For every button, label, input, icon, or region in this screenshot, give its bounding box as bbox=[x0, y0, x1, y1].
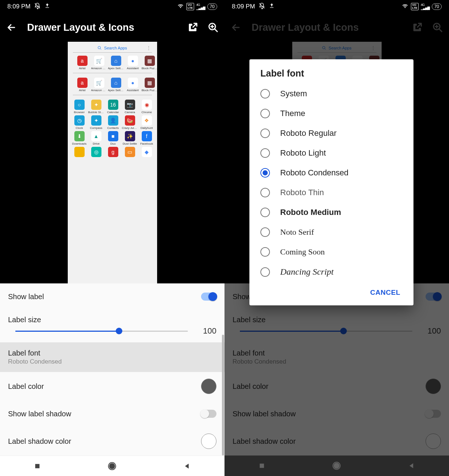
drawer-search: Search Apps ⋮ bbox=[73, 44, 152, 53]
font-option[interactable]: Theme bbox=[249, 104, 413, 123]
volte-icon: VOLTE bbox=[186, 3, 194, 10]
nav-back[interactable] bbox=[183, 462, 192, 471]
font-option-label: System bbox=[280, 89, 307, 98]
label-size-slider[interactable] bbox=[240, 331, 412, 332]
radio-button[interactable] bbox=[260, 227, 270, 237]
font-option[interactable]: Roboto Condensed bbox=[249, 163, 413, 183]
radio-button[interactable] bbox=[260, 208, 270, 217]
scrollbar[interactable] bbox=[222, 335, 224, 455]
nav-back[interactable] bbox=[407, 461, 416, 470]
app-label: Duo bbox=[110, 142, 116, 145]
zoom-icon[interactable] bbox=[207, 21, 219, 34]
font-option[interactable]: Dancing Script bbox=[249, 262, 413, 282]
setting-label-font[interactable]: Label font Roboto Condensed bbox=[0, 342, 224, 372]
font-option-label: Noto Serif bbox=[280, 227, 314, 237]
setting-show-label[interactable]: Show label bbox=[0, 283, 224, 310]
zoom-icon[interactable] bbox=[431, 21, 444, 34]
label-size-slider[interactable] bbox=[15, 331, 188, 332]
app-cell: ▲Drive bbox=[88, 131, 104, 145]
font-option[interactable]: Coming Soon bbox=[249, 242, 413, 262]
app-icon: ● bbox=[128, 78, 138, 88]
setting-shadow-color[interactable]: Label shadow color bbox=[0, 427, 224, 455]
export-icon[interactable] bbox=[186, 21, 199, 34]
preview-row-4: ◷Clock✦Compass👤Contacts🍉Crazy Juicer❖Dai… bbox=[70, 115, 155, 130]
svg-rect-7 bbox=[260, 464, 264, 468]
app-cell: ▭ bbox=[122, 147, 138, 158]
app-icon: a bbox=[77, 56, 88, 66]
font-option[interactable]: System bbox=[249, 84, 413, 104]
app-cell: ◎ bbox=[88, 147, 104, 158]
radio-button[interactable] bbox=[260, 267, 270, 277]
app-label: Block Puzzl.. bbox=[142, 67, 157, 70]
font-option[interactable]: Noto Serif bbox=[249, 222, 413, 242]
app-cell: ✦Compass bbox=[88, 115, 104, 130]
setting-label-font[interactable]: Label font Roboto Condensed bbox=[224, 342, 449, 372]
radio-button[interactable] bbox=[260, 129, 270, 138]
setting-label-color[interactable]: Label color bbox=[224, 372, 449, 401]
app-cell: ◆ bbox=[139, 147, 155, 158]
drawer-preview: Search Apps ⋮ aAirtel🛒Amazon Sh..⌂Apex S… bbox=[68, 42, 157, 283]
label-font-text: Label font bbox=[233, 349, 441, 357]
app-icon: ✦ bbox=[91, 115, 101, 126]
font-option[interactable]: Roboto Light bbox=[249, 143, 413, 163]
label-color-swatch[interactable] bbox=[201, 379, 216, 394]
app-icon: 🛒 bbox=[94, 56, 104, 66]
app-cell: ⬇Downloads bbox=[71, 131, 88, 145]
setting-label-color[interactable]: Label color bbox=[0, 372, 224, 401]
battery-indicator: 70 bbox=[432, 3, 442, 10]
app-cell: aAirtel bbox=[74, 56, 90, 70]
back-button[interactable] bbox=[5, 21, 18, 34]
setting-show-shadow[interactable]: Show label shadow bbox=[0, 401, 224, 427]
svg-point-4 bbox=[110, 464, 115, 469]
nav-home[interactable] bbox=[108, 462, 116, 471]
show-label-switch[interactable] bbox=[201, 293, 216, 301]
battery-indicator: 70 bbox=[207, 3, 217, 10]
nav-home[interactable] bbox=[332, 461, 341, 470]
setting-label-size[interactable]: Label size 100 bbox=[0, 310, 224, 342]
radio-button[interactable] bbox=[260, 247, 270, 257]
setting-shadow-color[interactable]: Label shadow color bbox=[224, 427, 449, 455]
dialog-cancel-button[interactable]: CANCEL bbox=[366, 286, 405, 300]
status-time: 8:09 PM bbox=[7, 3, 30, 10]
font-option[interactable]: Roboto Regular bbox=[249, 123, 413, 143]
app-icon: ❖ bbox=[142, 115, 152, 126]
show-shadow-switch[interactable] bbox=[201, 410, 216, 418]
radio-button[interactable] bbox=[260, 168, 270, 178]
radio-button[interactable] bbox=[260, 109, 270, 118]
shadow-color-swatch[interactable] bbox=[426, 434, 441, 449]
app-cell: ●Assistant bbox=[125, 78, 141, 92]
radio-button[interactable] bbox=[260, 148, 270, 158]
radio-button[interactable] bbox=[260, 188, 270, 197]
font-option-label: Dancing Script bbox=[280, 267, 334, 277]
show-label-switch[interactable] bbox=[426, 293, 441, 301]
dnd-icon bbox=[34, 3, 41, 11]
app-cell: ◷Clock bbox=[71, 115, 88, 130]
app-cell: ✦Bubble Story bbox=[88, 100, 104, 114]
show-shadow-text: Show label shadow bbox=[8, 410, 201, 418]
app-cell: 🍉Crazy Juicer bbox=[122, 115, 138, 130]
shadow-color-swatch[interactable] bbox=[201, 434, 216, 449]
setting-show-shadow[interactable]: Show label shadow bbox=[224, 401, 449, 427]
setting-label-size[interactable]: Label size 100 bbox=[224, 310, 449, 342]
back-button[interactable] bbox=[230, 21, 242, 34]
label-color-swatch[interactable] bbox=[426, 379, 441, 394]
svg-point-6 bbox=[323, 47, 325, 49]
app-label: Amazon Sh.. bbox=[91, 67, 107, 70]
font-option-label: Roboto Regular bbox=[280, 129, 337, 138]
export-icon[interactable] bbox=[411, 21, 423, 34]
app-icon: 🍉 bbox=[125, 115, 135, 126]
show-shadow-switch[interactable] bbox=[426, 410, 441, 418]
volte-icon: VOLTE bbox=[411, 3, 419, 10]
radio-button[interactable] bbox=[260, 89, 270, 98]
app-label: Clock bbox=[75, 126, 83, 130]
font-option-label: Roboto Condensed bbox=[280, 168, 348, 178]
nav-recent[interactable] bbox=[33, 462, 42, 471]
font-option[interactable]: Roboto Medium bbox=[249, 202, 413, 222]
font-option[interactable]: Roboto Thin bbox=[249, 183, 413, 202]
app-bar: Drawer Layout & Icons bbox=[224, 13, 449, 42]
app-icon: ○ bbox=[74, 100, 85, 110]
signal-icon: 4G▁▃▅▇ bbox=[421, 3, 430, 10]
drawer-preview-area: Search Apps ⋮ aAirtel🛒Amazon Sh..⌂Apex S… bbox=[0, 42, 224, 283]
label-color-text: Label color bbox=[233, 382, 426, 391]
nav-recent[interactable] bbox=[257, 461, 266, 470]
